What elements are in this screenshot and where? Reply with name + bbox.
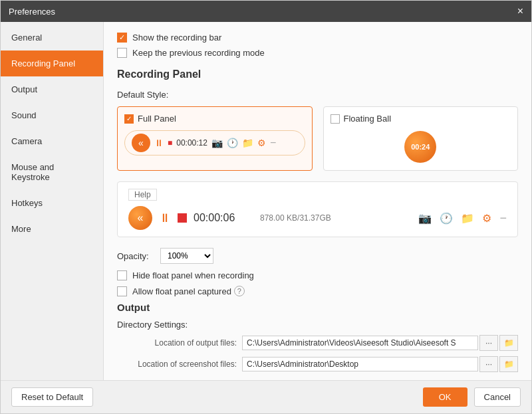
help-label: Help <box>128 189 157 201</box>
sidebar: General Recording Panel Output Sound Cam… <box>1 22 104 380</box>
output-section: Output Directory Settings: Location of o… <box>117 302 518 372</box>
full-bar-section: Help « ⏸ 00:00:06 878.00 KB/31.37GB 📷 🕐 … <box>117 181 518 237</box>
full-bar-rewind-btn[interactable]: « <box>128 206 152 230</box>
full-panel-checkbox[interactable] <box>124 114 134 124</box>
mini-bar-camera-icon[interactable]: 📷 <box>211 138 223 148</box>
floating-ball-card-header: Floating Ball <box>331 114 511 124</box>
full-bar-controls: 📷 🕐 📁 ⚙ − <box>418 211 507 225</box>
help-question-icon[interactable]: ? <box>234 286 245 296</box>
mini-bar-time: 00:00:12 <box>176 138 207 148</box>
sidebar-item-camera[interactable]: Camera <box>1 128 103 154</box>
floating-ball-checkbox[interactable] <box>331 114 340 124</box>
opacity-select[interactable]: 100% 90% 80% 70% <box>160 248 213 264</box>
footer-left: Reset to Default <box>11 387 93 407</box>
screenshot-files-row: Location of screenshot files: ··· 📁 <box>117 356 518 372</box>
mini-bar-clock-icon[interactable]: 🕐 <box>227 138 238 148</box>
sidebar-item-hotkeys[interactable]: Hotkeys <box>1 190 103 216</box>
full-bar-time: 00:00:06 <box>194 212 253 224</box>
sidebar-item-more[interactable]: More <box>1 216 103 242</box>
footer-right: OK Cancel <box>423 387 521 407</box>
main-content: Show the recording bar Keep the previous… <box>104 22 531 380</box>
show-recording-bar-label: Show the recording bar <box>132 33 221 43</box>
opacity-row: Opacity: 100% 90% 80% 70% <box>117 248 518 264</box>
allow-float-captured-row[interactable]: Allow float panel captured ? <box>117 286 518 296</box>
footer: Reset to Default OK Cancel <box>1 380 531 413</box>
hide-float-panel-row[interactable]: Hide float panel when recording <box>117 270 518 280</box>
mini-bar-stop-icon[interactable]: ■ <box>168 138 172 148</box>
mini-bar-minus-icon[interactable]: − <box>270 137 276 149</box>
mini-bar-rewind-btn[interactable]: « <box>132 134 150 152</box>
show-recording-bar-checkbox[interactable] <box>117 33 127 43</box>
full-bar-minus-icon[interactable]: − <box>499 211 507 225</box>
output-files-dots-btn[interactable]: ··· <box>479 335 498 351</box>
full-bar-stop-icon[interactable] <box>178 213 187 223</box>
preferences-window: Preferences × General Recording Panel Ou… <box>0 0 532 414</box>
reset-to-default-button[interactable]: Reset to Default <box>11 387 93 407</box>
titlebar: Preferences × <box>1 1 531 22</box>
keep-previous-mode-label: Keep the previous recording mode <box>132 48 265 58</box>
full-bar-size: 878.00 KB/31.37GB <box>260 213 340 223</box>
full-panel-card[interactable]: Full Panel « ⏸ ■ 00:00:12 📷 🕐 📁 ⚙ − <box>117 106 313 171</box>
content-area: General Recording Panel Output Sound Cam… <box>1 22 531 380</box>
mini-bar-folder-icon[interactable]: 📁 <box>242 138 253 148</box>
sidebar-item-general[interactable]: General <box>1 25 103 51</box>
output-files-input[interactable] <box>242 336 478 350</box>
screenshot-files-folder-btn[interactable]: 📁 <box>499 356 518 372</box>
mini-bar-pause-icon[interactable]: ⏸ <box>154 138 164 148</box>
section-title: Recording Panel <box>117 68 518 80</box>
opacity-label: Opacity: <box>117 251 154 261</box>
floating-ball-title: Floating Ball <box>344 114 392 124</box>
ok-button[interactable]: OK <box>423 387 467 407</box>
full-panel-card-header: Full Panel <box>124 114 305 124</box>
screenshot-files-input[interactable] <box>242 357 478 371</box>
cancel-button[interactable]: Cancel <box>474 387 521 407</box>
screenshot-files-label: Location of screenshot files: <box>117 360 237 369</box>
full-bar-clock-icon[interactable]: 🕐 <box>440 212 453 225</box>
sidebar-item-mouse-keystroke[interactable]: Mouse and Keystroke <box>1 154 103 190</box>
show-recording-bar-row[interactable]: Show the recording bar <box>117 33 518 43</box>
full-bar: « ⏸ 00:00:06 878.00 KB/31.37GB 📷 🕐 📁 ⚙ − <box>128 206 507 230</box>
float-checkboxes: Hide float panel when recording Allow fl… <box>117 270 518 296</box>
mini-bar-gear-icon[interactable]: ⚙ <box>257 138 266 148</box>
output-files-folder-btn[interactable]: 📁 <box>499 335 518 351</box>
output-section-title: Output <box>117 302 518 313</box>
dir-settings-label: Directory Settings: <box>117 320 518 330</box>
default-style-label: Default Style: <box>117 90 518 100</box>
full-bar-pause-icon[interactable]: ⏸ <box>159 211 171 225</box>
full-bar-folder-icon[interactable]: 📁 <box>461 212 474 225</box>
close-button[interactable]: × <box>517 6 523 17</box>
hide-float-panel-checkbox[interactable] <box>117 270 127 280</box>
sidebar-item-output[interactable]: Output <box>1 76 103 102</box>
sidebar-item-recording-panel[interactable]: Recording Panel <box>1 51 103 76</box>
screenshot-files-dots-btn[interactable]: ··· <box>479 356 498 372</box>
sidebar-item-sound[interactable]: Sound <box>1 102 103 128</box>
keep-previous-mode-row[interactable]: Keep the previous recording mode <box>117 48 518 58</box>
allow-float-captured-checkbox[interactable] <box>117 286 127 296</box>
keep-previous-mode-checkbox[interactable] <box>117 48 127 58</box>
output-files-row: Location of output files: ··· 📁 <box>117 335 518 351</box>
window-title: Preferences <box>9 7 55 17</box>
full-panel-title: Full Panel <box>138 114 176 124</box>
output-files-label: Location of output files: <box>117 338 237 348</box>
allow-float-captured-label: Allow float panel captured <box>132 286 231 296</box>
floating-ball-card[interactable]: Floating Ball 00:24 <box>323 106 519 171</box>
top-checkboxes: Show the recording bar Keep the previous… <box>117 33 518 58</box>
floating-ball: 00:24 <box>404 131 436 163</box>
hide-float-panel-label: Hide float panel when recording <box>132 270 254 280</box>
style-cards: Full Panel « ⏸ ■ 00:00:12 📷 🕐 📁 ⚙ − <box>117 106 518 171</box>
full-bar-gear-icon[interactable]: ⚙ <box>482 212 491 225</box>
full-bar-camera-icon[interactable]: 📷 <box>418 212 432 225</box>
floating-ball-preview: 00:24 <box>331 130 511 163</box>
full-panel-mini-bar: « ⏸ ■ 00:00:12 📷 🕐 📁 ⚙ − <box>124 130 305 155</box>
